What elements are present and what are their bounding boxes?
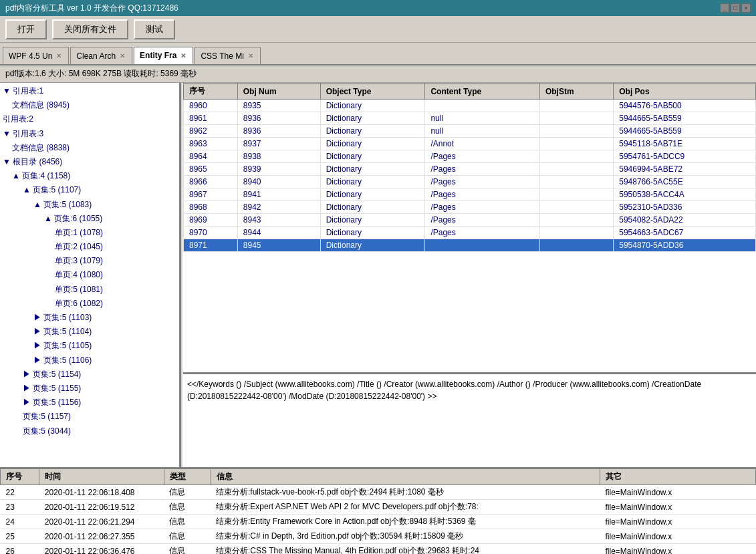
table-row[interactable]: 89608935Dictionary5944576-5AB500	[184, 100, 756, 112]
table-row[interactable]: 89628936Dictionarynull5944665-5AB559	[184, 125, 756, 138]
tree-item[interactable]: 单页:6 (1082)	[1, 297, 178, 311]
maximize-button[interactable]: □	[731, 3, 740, 13]
log-row[interactable]: 262020-01-11 22:06:36.476信息结束分析:CSS The …	[1, 544, 756, 555]
data-table-area[interactable]: 序号Obj NumObject TypeContent TypeObjStmOb…	[183, 83, 756, 374]
tree-item[interactable]: ▼ 引用表:1	[1, 84, 178, 98]
table-cell: 8941	[237, 188, 320, 201]
table-row[interactable]: 89688942Dictionary/Pages5952310-5AD336	[184, 201, 756, 214]
table-cell: 5944665-5AB559	[614, 112, 756, 125]
table-cell: /Pages	[425, 176, 540, 188]
log-cell: 信息	[164, 529, 211, 544]
log-row[interactable]: 232020-01-11 22:06:19.512信息结束分析:Expert A…	[1, 500, 756, 515]
tab-label: CSS The Mi	[201, 51, 243, 61]
table-cell: Dictionary	[320, 176, 425, 188]
table-cell: 5948766-5AC55E	[614, 176, 756, 188]
minimize-button[interactable]: _	[720, 3, 729, 13]
log-cell: 2020-01-11 22:06:36.476	[39, 544, 164, 555]
table-cell: Dictionary	[320, 150, 425, 163]
tree-item[interactable]: 页集:5 (1157)	[1, 410, 178, 424]
log-body: 222020-01-11 22:06:18.408信息结束分析:fullstac…	[1, 485, 756, 555]
tree-item[interactable]: ▲ 页集:6 (1055)	[1, 212, 178, 226]
detail-area: <</Keywords () /Subject (www.allitebooks…	[183, 374, 756, 467]
table-row[interactable]: 89638937Dictionary/Annot5945118-5AB71E	[184, 138, 756, 150]
tree-item[interactable]: ▲ 页集:5 (1083)	[1, 198, 178, 212]
tree-item[interactable]: 单页:1 (1078)	[1, 226, 178, 240]
table-cell: 8939	[237, 163, 320, 176]
tree-item[interactable]: 文档信息 (8838)	[1, 141, 178, 155]
open-button[interactable]: 打开	[5, 19, 47, 39]
table-cell: Dictionary	[320, 214, 425, 227]
table-row[interactable]: 89658939Dictionary/Pages5946994-5ABE72	[184, 163, 756, 176]
tree-item[interactable]: ▶ 页集:5 (1154)	[1, 368, 178, 382]
tree-item[interactable]: ▶ 页集:5 (1103)	[1, 311, 178, 325]
tree-panel[interactable]: ▼ 引用表:1文档信息 (8945)引用表:2▼ 引用表:3文档信息 (8838…	[0, 83, 180, 467]
table-row[interactable]: 89668940Dictionary/Pages5948766-5AC55E	[184, 176, 756, 188]
table-cell: /Pages	[425, 227, 540, 239]
table-row[interactable]: 89698943Dictionary/Pages5954082-5ADA22	[184, 214, 756, 227]
table-cell: 5946994-5ABE72	[614, 163, 756, 176]
tree-item[interactable]: ▼ 引用表:3	[1, 127, 178, 141]
log-header-cell: 其它	[600, 469, 755, 485]
table-cell: Dictionary	[320, 239, 425, 252]
table-cell: 8963	[184, 138, 238, 150]
tree-item[interactable]: ▶ 页集:5 (1104)	[1, 325, 178, 339]
tab-close-icon[interactable]: ✕	[247, 52, 255, 59]
tree-item[interactable]: 页集:5 (3044)	[1, 424, 178, 438]
table-cell	[539, 100, 613, 112]
table-cell: Dictionary	[320, 125, 425, 138]
tree-item[interactable]: 文档信息 (8945)	[1, 98, 178, 112]
table-cell: null	[425, 112, 540, 125]
table-cell: /Pages	[425, 188, 540, 201]
tree-item[interactable]: ▶ 页集:5 (1106)	[1, 354, 178, 368]
table-row[interactable]: 89678941Dictionary/Pages5950538-5ACC4A	[184, 188, 756, 201]
log-row[interactable]: 222020-01-11 22:06:18.408信息结束分析:fullstac…	[1, 485, 756, 500]
table-row[interactable]: 89618936Dictionarynull5944665-5AB559	[184, 112, 756, 125]
log-cell: file=MainWindow.x	[600, 515, 755, 529]
toolbar: 打开 关闭所有文件 测试	[0, 16, 756, 43]
table-row[interactable]: 89708944Dictionary/Pages5954663-5ADC67	[184, 227, 756, 239]
log-cell: 25	[1, 529, 39, 544]
tree-item[interactable]: 单页:3 (1079)	[1, 254, 178, 268]
tree-item[interactable]: 单页:5 (1081)	[1, 283, 178, 297]
table-cell: Dictionary	[320, 201, 425, 214]
tree-item[interactable]: ▲ 页集:5 (1107)	[1, 183, 178, 197]
table-header-row: 序号Obj NumObject TypeContent TypeObjStmOb…	[184, 84, 756, 100]
table-cell: 8935	[237, 100, 320, 112]
close-all-button[interactable]: 关闭所有文件	[52, 19, 128, 39]
tab-tab2[interactable]: Clean Arch✕	[70, 47, 132, 64]
info-bar: pdf版本:1.6 大小: 5M 698K 275B 读取耗时: 5369 毫秒	[0, 65, 756, 83]
tab-close-icon[interactable]: ✕	[179, 52, 187, 59]
table-row[interactable]: 89718945Dictionary5954870-5ADD36	[184, 239, 756, 252]
tab-tab4[interactable]: CSS The Mi✕	[195, 47, 260, 64]
tab-close-icon[interactable]: ✕	[55, 52, 63, 59]
tree-item[interactable]: 单页:2 (1045)	[1, 240, 178, 254]
tree-item[interactable]: ▶ 页集:5 (1105)	[1, 339, 178, 353]
tree-item[interactable]: ▲ 页集:4 (1158)	[1, 169, 178, 183]
table-cell: 8961	[184, 112, 238, 125]
table-cell: 8969	[184, 214, 238, 227]
log-panel[interactable]: 序号时间类型信息其它 222020-01-11 22:06:18.408信息结束…	[0, 467, 756, 554]
table-cell	[539, 138, 613, 150]
log-row[interactable]: 242020-01-11 22:06:21.294信息结束分析:Entity F…	[1, 515, 756, 529]
table-row[interactable]: 89648938Dictionary/Pages5954761-5ADCC9	[184, 150, 756, 163]
log-header-cell: 时间	[39, 469, 164, 485]
table-cell	[539, 188, 613, 201]
table-cell: 8945	[237, 239, 320, 252]
tree-item[interactable]: ▶ 页集:5 (1155)	[1, 382, 178, 396]
close-button[interactable]: ×	[741, 3, 751, 13]
log-header-cell: 类型	[164, 469, 211, 485]
tab-tab1[interactable]: WPF 4.5 Un✕	[3, 47, 69, 64]
test-button[interactable]: 测试	[134, 19, 175, 39]
tree-item[interactable]: ▶ 页集:5 (1156)	[1, 396, 178, 410]
log-cell: file=MainWindow.x	[600, 485, 755, 500]
table-cell	[539, 176, 613, 188]
table-cell: 5952310-5AD336	[614, 201, 756, 214]
tab-tab3[interactable]: Entity Fra✕	[134, 47, 193, 64]
tree-item[interactable]: ▼ 根目录 (8456)	[1, 155, 178, 169]
tab-close-icon[interactable]: ✕	[118, 52, 126, 59]
table-cell: 5954663-5ADC67	[614, 227, 756, 239]
table-cell	[539, 239, 613, 252]
log-row[interactable]: 252020-01-11 22:06:27.355信息结束分析:C# in De…	[1, 529, 756, 544]
tree-item[interactable]: 单页:4 (1080)	[1, 268, 178, 282]
tree-item[interactable]: 引用表:2	[1, 112, 178, 126]
